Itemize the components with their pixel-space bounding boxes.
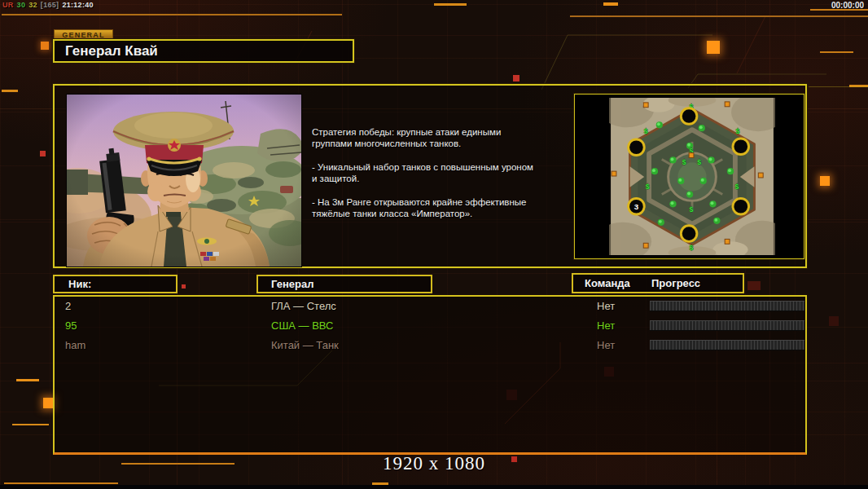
- player-general: США — ВВС: [271, 316, 334, 336]
- general-tab-badge: GENERAL: [54, 29, 113, 39]
- table-row: 95 США — ВВС Нет: [65, 316, 806, 336]
- bottom-strip: [0, 485, 868, 489]
- header-nick-label: Ник:: [68, 276, 91, 292]
- decor-line: [2, 90, 18, 92]
- general-title: Генерал Квай: [55, 41, 353, 61]
- map-preview-panel: $$$$$$$$$$3: [574, 94, 804, 259]
- decor-square: [40, 151, 46, 156]
- header-general-label: Генерал: [271, 276, 313, 292]
- decor-square: [41, 42, 49, 50]
- svg-text:$: $: [734, 183, 739, 191]
- player-nick: 95: [65, 316, 77, 336]
- player-general: ГЛА — Стелс: [271, 297, 336, 316]
- header-team-label: Команда: [585, 275, 630, 292]
- svg-text:$: $: [697, 158, 701, 166]
- player-rows: 2 ГЛА — Стелс Нет 95 США — ВВС Нет ham К…: [65, 297, 806, 355]
- player-general: Китай — Танк: [271, 336, 339, 355]
- decor-line: [2, 14, 342, 15]
- player-progress-bar: [650, 340, 804, 350]
- svg-text:$: $: [644, 127, 648, 135]
- loading-screen: UR3032[165]21:12:40 00:00:00 GENERAL Ген…: [0, 0, 868, 489]
- map-preview-image: $$$$$$$$$$3: [609, 98, 775, 255]
- svg-text:$: $: [646, 183, 650, 191]
- network-stats-readout: UR3032[165]21:12:40: [2, 1, 97, 9]
- decor-square: [829, 316, 839, 326]
- stats-segment: UR: [2, 1, 14, 9]
- header-team-progress-box: Команда Прогресс: [572, 273, 744, 293]
- svg-text:3: 3: [634, 202, 639, 211]
- resolution-label: 1920 x 1080: [0, 453, 868, 474]
- stats-segment: 30: [17, 1, 26, 9]
- decor-square: [182, 284, 186, 289]
- player-team: Нет: [597, 297, 615, 316]
- match-timer: 00:00:00: [831, 1, 864, 10]
- stats-segment: 32: [28, 1, 37, 9]
- player-team: Нет: [597, 336, 615, 355]
- decor-line: [809, 86, 868, 87]
- decor-square: [820, 176, 830, 186]
- svg-text:$: $: [682, 158, 686, 166]
- description-paragraph: Стратегия победы: крупные атаки едиными …: [312, 126, 574, 149]
- player-nick: ham: [65, 336, 85, 355]
- svg-text:$: $: [690, 244, 694, 252]
- header-nick-box: Ник:: [53, 275, 178, 293]
- decor-line: [434, 3, 467, 6]
- decor-line: [820, 51, 853, 53]
- decor-line: [12, 424, 49, 425]
- decor-line: [570, 15, 868, 17]
- decor-line: [16, 379, 39, 381]
- player-progress-bar: [650, 301, 804, 311]
- player-nick: 2: [65, 297, 71, 316]
- decor-line: [603, 2, 618, 6]
- stats-segment: [165]: [41, 1, 59, 9]
- player-progress-bar: [650, 320, 804, 331]
- decor-line: [4, 482, 118, 484]
- description-paragraph: - Уникальный набор танков с повышенным у…: [312, 161, 574, 184]
- header-progress-label: Прогресс: [651, 275, 700, 292]
- description-paragraph: - На 3м Ранге открываются крайне эффекти…: [312, 196, 574, 219]
- svg-text:$: $: [690, 205, 694, 214]
- player-team: Нет: [597, 316, 615, 336]
- general-portrait: [67, 95, 301, 267]
- table-row: ham Китай — Танк Нет: [65, 336, 806, 355]
- decor-line: [0, 35, 868, 36]
- stats-segment: 21:12:40: [62, 1, 93, 9]
- decor-square: [513, 75, 519, 82]
- decor-square: [747, 281, 761, 290]
- decor-square: [707, 41, 720, 54]
- table-row: 2 ГЛА — Стелс Нет: [65, 297, 806, 316]
- general-title-box: Генерал Квай: [53, 39, 354, 63]
- general-kwai-portrait-illustration: [67, 95, 301, 267]
- header-general-box: Генерал: [256, 275, 432, 293]
- general-description: Стратегия победы: крупные атаки едиными …: [312, 126, 574, 231]
- svg-text:$: $: [735, 127, 739, 135]
